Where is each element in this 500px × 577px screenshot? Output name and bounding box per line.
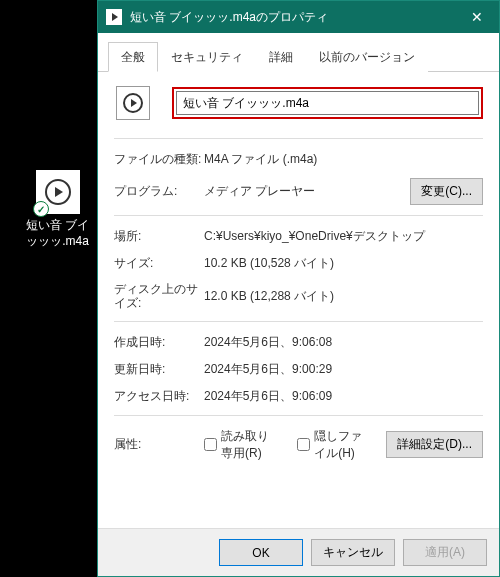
size-label: サイズ:	[114, 255, 204, 272]
play-icon	[123, 93, 143, 113]
dialog-footer: OK キャンセル 適用(A)	[98, 528, 499, 576]
attributes-label: 属性:	[114, 436, 204, 453]
tab-previous-versions[interactable]: 以前のバージョン	[306, 42, 428, 72]
readonly-checkbox[interactable]	[204, 438, 217, 451]
properties-dialog: 短い音 ブイッッッ.m4aのプロパティ ✕ 全般 セキュリティ 詳細 以前のバー…	[97, 0, 500, 577]
accessed-value: 2024年5月6日、9:06:09	[204, 388, 483, 405]
disksize-value: 12.0 KB (12,288 バイト)	[204, 288, 483, 305]
tab-strip: 全般 セキュリティ 詳細 以前のバージョン	[98, 33, 499, 72]
separator	[114, 215, 483, 216]
accessed-label: アクセス日時:	[114, 388, 204, 405]
separator	[114, 138, 483, 139]
modified-value: 2024年5月6日、9:00:29	[204, 361, 483, 378]
cancel-button[interactable]: キャンセル	[311, 539, 395, 566]
readonly-checkbox-label[interactable]: 読み取り専用(R)	[204, 428, 277, 462]
apply-button[interactable]: 適用(A)	[403, 539, 487, 566]
desktop-file-icon[interactable]: 短い音 ブイッッッ.m4a	[20, 170, 95, 249]
hidden-checkbox-label[interactable]: 隠しファイル(H)	[297, 428, 370, 462]
readonly-text: 読み取り専用(R)	[221, 428, 277, 462]
desktop: 短い音 ブイッッッ.m4a 短い音 ブイッッッ.m4aのプロパティ ✕ 全般 セ…	[0, 0, 500, 577]
hidden-checkbox[interactable]	[297, 438, 310, 451]
location-label: 場所:	[114, 228, 204, 245]
disksize-label: ディスク上のサイズ:	[114, 282, 204, 311]
filetype-label: ファイルの種類:	[114, 151, 204, 168]
program-value: メディア プレーヤー	[204, 183, 410, 200]
created-label: 作成日時:	[114, 334, 204, 351]
tab-content: ファイルの種類: M4A ファイル (.m4a) プログラム: メディア プレー…	[98, 72, 499, 528]
filetype-value: M4A ファイル (.m4a)	[204, 151, 483, 168]
tab-details[interactable]: 詳細	[256, 42, 306, 72]
location-value: C:¥Users¥kiyo_¥OneDrive¥デスクトップ	[204, 228, 483, 245]
close-button[interactable]: ✕	[454, 1, 499, 33]
size-value: 10.2 KB (10,528 バイト)	[204, 255, 483, 272]
modified-label: 更新日時:	[114, 361, 204, 378]
advanced-button[interactable]: 詳細設定(D)...	[386, 431, 483, 458]
separator	[114, 321, 483, 322]
hidden-text: 隠しファイル(H)	[314, 428, 370, 462]
tab-security[interactable]: セキュリティ	[158, 42, 256, 72]
titlebar[interactable]: 短い音 ブイッッッ.m4aのプロパティ ✕	[98, 1, 499, 33]
ok-button[interactable]: OK	[219, 539, 303, 566]
media-file-icon	[36, 170, 80, 214]
file-type-icon	[116, 86, 150, 120]
sync-ok-icon	[33, 201, 49, 217]
play-icon	[45, 179, 71, 205]
filename-input[interactable]	[176, 91, 479, 115]
program-label: プログラム:	[114, 183, 204, 200]
tab-general[interactable]: 全般	[108, 42, 158, 72]
separator	[114, 415, 483, 416]
filename-highlight	[172, 87, 483, 119]
titlebar-file-icon	[106, 9, 122, 25]
change-program-button[interactable]: 変更(C)...	[410, 178, 483, 205]
created-value: 2024年5月6日、9:06:08	[204, 334, 483, 351]
dialog-title: 短い音 ブイッッッ.m4aのプロパティ	[130, 9, 454, 26]
desktop-icon-label: 短い音 ブイッッッ.m4a	[20, 218, 95, 249]
